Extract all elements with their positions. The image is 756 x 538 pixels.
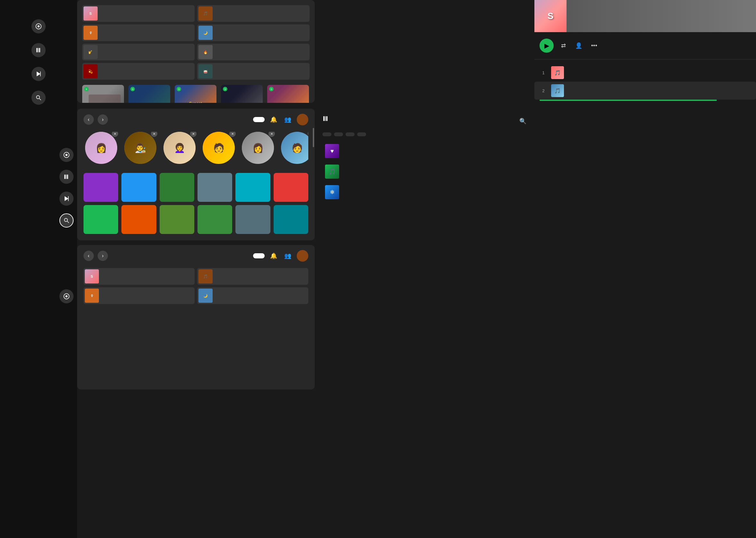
evening-user-avatar[interactable] bbox=[297, 250, 308, 262]
playlist-card-rock[interactable]: S Rock You bbox=[221, 85, 263, 103]
library-title-row bbox=[322, 115, 333, 122]
more-like-section: S S Persian Chill bbox=[82, 85, 309, 103]
svg-rect-9 bbox=[323, 116, 325, 121]
friends-button[interactable]: 👥 bbox=[283, 114, 293, 125]
browse-latin[interactable] bbox=[235, 173, 270, 202]
evening-forward-button[interactable]: › bbox=[98, 251, 108, 261]
song-row-1[interactable]: 1 🎵 bbox=[535, 64, 756, 81]
evening-explore-premium-button[interactable] bbox=[253, 253, 264, 258]
svg-rect-10 bbox=[325, 116, 326, 121]
evening-item-sonicscape[interactable]: S bbox=[83, 268, 195, 285]
rp-item-feel[interactable]: 💫 bbox=[82, 63, 195, 80]
evening-item-podcasts[interactable]: 🎙 bbox=[83, 287, 195, 304]
playlist1-thumb: 🎵 bbox=[325, 165, 339, 179]
filter-playlists[interactable] bbox=[322, 133, 331, 136]
search-sidebar-library[interactable] bbox=[59, 170, 73, 184]
rp-thumb-kick: 🥁 bbox=[199, 64, 213, 79]
back-button[interactable]: ‹ bbox=[83, 114, 94, 125]
svg-rect-16 bbox=[67, 175, 68, 179]
rp-item-hype[interactable]: 🔥 bbox=[197, 44, 309, 60]
forward-button[interactable]: › bbox=[98, 114, 108, 125]
playlist-card-sunset[interactable]: S SunsetDreaming bbox=[175, 85, 216, 103]
library-item-liked[interactable]: ♥ bbox=[322, 141, 528, 161]
evening-friends-button[interactable]: 👥 bbox=[283, 251, 293, 261]
library-header: 🔍 bbox=[322, 115, 528, 127]
browse-pop[interactable] bbox=[235, 205, 270, 234]
filter-albums[interactable] bbox=[346, 133, 354, 136]
evening-item-moon[interactable]: 🌙 bbox=[197, 287, 308, 304]
browse-cinematic[interactable] bbox=[160, 205, 194, 234]
search-sidebar-media[interactable] bbox=[59, 191, 73, 206]
playlist-cards: S S Persian Chill bbox=[82, 85, 309, 103]
browse-ambient[interactable] bbox=[121, 205, 156, 234]
artist-img-pablo: 🧑 bbox=[203, 132, 235, 164]
browse-lounge[interactable] bbox=[83, 173, 118, 202]
artist-card-vincent[interactable]: ✕ 👨‍🎨 bbox=[123, 132, 158, 167]
browse-funk[interactable] bbox=[160, 173, 194, 202]
evening-sidebar-home[interactable] bbox=[59, 289, 73, 303]
search-sidebar-search[interactable] bbox=[59, 213, 73, 228]
rp-item-kick[interactable]: 🥁 bbox=[197, 63, 309, 80]
close-pablo-btn[interactable]: ✕ bbox=[229, 132, 236, 137]
close-vincent-btn[interactable]: ✕ bbox=[151, 132, 157, 137]
playback-bar[interactable] bbox=[540, 100, 717, 101]
svg-point-1 bbox=[38, 26, 40, 27]
evening-notifications-button[interactable]: 🔔 bbox=[268, 251, 279, 261]
scroll-thumb[interactable] bbox=[313, 128, 314, 147]
close-banksy-btn[interactable]: ✕ bbox=[268, 132, 275, 137]
artist-card-banksy[interactable]: ✕ 👩 bbox=[240, 132, 275, 167]
playlist-card-persian[interactable]: S Persian Chill bbox=[128, 85, 170, 103]
explore-premium-button[interactable] bbox=[253, 117, 264, 122]
svg-point-13 bbox=[66, 154, 68, 156]
artist-card-mona[interactable]: ✕ 👩‍🦱 bbox=[162, 132, 197, 167]
playlist-card-chill[interactable]: S Chill songs bbox=[267, 85, 309, 103]
library-item-chill[interactable]: ❄ bbox=[322, 183, 528, 202]
library-search-button[interactable]: 🔍 bbox=[518, 116, 528, 126]
close-mona-btn[interactable]: ✕ bbox=[190, 132, 197, 137]
svg-marker-5 bbox=[37, 72, 40, 77]
browse-world[interactable] bbox=[274, 205, 308, 234]
filter-artists[interactable] bbox=[357, 133, 366, 136]
recent-searches-grid: ✕ 👩 ✕ 👨‍🎨 ✕ 👩‍🦱 ✕ bbox=[83, 132, 308, 167]
search-sidebar-home[interactable] bbox=[59, 148, 73, 162]
browse-blues[interactable] bbox=[121, 173, 156, 202]
user-avatar[interactable] bbox=[297, 114, 308, 125]
browse-jazz[interactable] bbox=[274, 173, 308, 202]
sidebar-media-icon[interactable] bbox=[31, 67, 46, 81]
sidebar-home-icon[interactable] bbox=[31, 19, 46, 33]
browse-retro[interactable] bbox=[198, 173, 232, 202]
close-claude-btn[interactable]: ✕ bbox=[112, 132, 118, 137]
artist-img-salvador: 🧑 bbox=[281, 132, 308, 164]
artist-card-salvador[interactable]: ✕ 🧑 bbox=[279, 132, 308, 167]
song-num-2: 2 bbox=[540, 88, 547, 93]
playlist-img-persian: S Persian Chill bbox=[128, 85, 170, 103]
notifications-button[interactable]: 🔔 bbox=[268, 114, 279, 125]
sidebar-library-icon[interactable] bbox=[31, 43, 46, 57]
shuffle-button[interactable]: ⇄ bbox=[557, 40, 569, 51]
song-list: 1 🎵 2 🎵 bbox=[535, 64, 756, 101]
svg-rect-11 bbox=[326, 116, 328, 121]
sidebar-search-icon[interactable] bbox=[31, 91, 46, 105]
evening-item-rap[interactable]: 🎵 bbox=[197, 268, 308, 285]
rp-item-podcasts[interactable]: 🎙 bbox=[82, 25, 195, 41]
filter-podcasts[interactable] bbox=[334, 133, 343, 136]
browse-fantasy[interactable] bbox=[198, 205, 232, 234]
more-options-button[interactable]: ••• bbox=[589, 40, 600, 51]
library-filters bbox=[322, 133, 528, 136]
rp-thumb-hype: 🔥 bbox=[199, 45, 213, 59]
rp-item-sonicscape[interactable]: S bbox=[82, 5, 195, 22]
artist-card-pablo[interactable]: ✕ 🧑 bbox=[201, 132, 236, 167]
artist-card-claude[interactable]: ✕ 👩 bbox=[83, 132, 119, 167]
playlist-img-sad: S bbox=[82, 85, 124, 103]
library-item-playlist1[interactable]: 🎵 bbox=[322, 162, 528, 181]
song-row-2[interactable]: 2 🎵 bbox=[535, 81, 756, 100]
play-button[interactable]: ▶ bbox=[540, 38, 554, 53]
rp-item-jazz[interactable]: 🎷 bbox=[82, 44, 195, 60]
svg-rect-3 bbox=[38, 48, 38, 52]
follow-button[interactable]: 👤 bbox=[573, 40, 585, 51]
rp-item-moon[interactable]: 🌙 bbox=[197, 25, 309, 41]
browse-podcasts1[interactable] bbox=[83, 205, 118, 234]
rp-item-rap[interactable]: 🎵 bbox=[197, 5, 309, 22]
evening-back-button[interactable]: ‹ bbox=[83, 251, 94, 261]
playlist-card-sad[interactable]: S bbox=[82, 85, 124, 103]
